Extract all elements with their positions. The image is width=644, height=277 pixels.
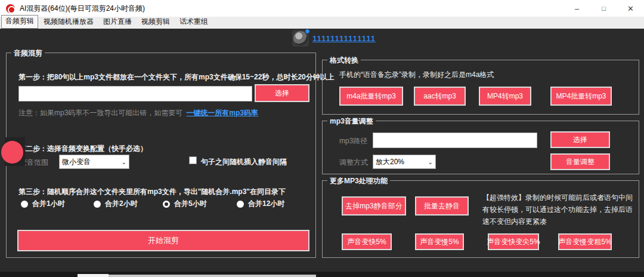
tab-image-live[interactable]: 图片直播: [99, 16, 136, 29]
super-effect-tip: 【超强特效】录制的时候可能前后或者语句中间有较长停顿，可以通过这个功能去掉，去掉…: [482, 192, 634, 227]
radio-merge-5h[interactable]: 合并5小时: [163, 199, 207, 209]
format-convert-desc: 手机的“语音备忘录”录制，录制好之后是m4a格式: [339, 70, 494, 80]
adjust-mode-select[interactable]: 放大20% ⌄: [373, 155, 436, 169]
window-title: AI混剪器(64位)(每日可混剪24小时音频): [20, 4, 145, 14]
app-logo-icon: [6, 4, 15, 13]
bitrate-note-text: 注意：如果mp3码率不一致导出可能出错，如需要可: [18, 109, 182, 117]
step2-title: 第二步：选择音频变换配置（快手必选）: [18, 144, 147, 154]
remove-silence-button[interactable]: 去掉mp3静音部分: [342, 196, 406, 216]
minimize-button[interactable]: –: [564, 0, 590, 17]
format-convert-group-title: 格式转换: [327, 56, 361, 66]
user-avatar[interactable]: [292, 30, 309, 47]
client-area: 11111111111111 音频混剪 第一步：把80句以上mp3文件都放在一个…: [0, 29, 644, 272]
tab-bar: 音频剪辑 视频随机播放器 图片直播 视频剪辑 话术重组: [0, 17, 644, 29]
slow-down-5-button[interactable]: 声音变慢5%: [415, 233, 464, 250]
window-controls: – □ ✕: [564, 0, 644, 17]
tab-video-random-player[interactable]: 视频随机播放器: [39, 16, 98, 29]
voice-range-value: 微小变音: [62, 157, 91, 167]
format-convert-group: 格式转换 手机的“语音备忘录”录制，录制好之后是m4a格式 m4a批量转mp3 …: [322, 60, 639, 115]
slower-deeper-5-button[interactable]: 声音变慢变粗5%: [558, 233, 612, 250]
mp3-path-select-button[interactable]: 选择: [550, 131, 610, 148]
step3-title: 第三步：随机顺序合并这个文件夹里所有mp3文件，导出"随机合并.mp3"在同目录…: [18, 187, 286, 197]
username-link[interactable]: 11111111111111: [312, 34, 376, 43]
mp3-path-label: mp3路径: [339, 136, 367, 146]
mp4-batch-to-mp3-button[interactable]: MP4批量转mp3: [550, 87, 612, 106]
floating-red-dot: [1, 141, 23, 164]
tab-audio-edit[interactable]: 音频剪辑: [1, 15, 38, 29]
close-button[interactable]: ✕: [617, 0, 644, 17]
aac-to-mp3-button[interactable]: aac转mp3: [414, 87, 466, 106]
app-window: AI混剪器(64位)(每日可混剪24小时音频) – □ ✕ 音频剪辑 视频随机播…: [0, 0, 644, 277]
bitrate-note: 注意：如果mp3码率不一致导出可能出错，如需要可一键统一所有mp3码率: [18, 108, 258, 118]
adjust-mode-value: 放大20%: [376, 157, 404, 167]
background-taskbar-sliver: [78, 275, 316, 277]
silence-gap-label: 句子之间随机插入静音间隔: [201, 157, 287, 167]
volume-adjust-group-title: mp3音量调整: [327, 116, 376, 127]
more-mp3-tools-group: 更多MP3处理功能 去掉mp3静音部分 批量去静音 【超强特效】录制的时候可能前…: [322, 180, 639, 258]
unify-bitrate-link[interactable]: 一键统一所有mp3码率: [186, 109, 258, 117]
batch-remove-silence-button[interactable]: 批量去静音: [415, 196, 469, 216]
radio-merge-1h[interactable]: 合并1小时: [21, 199, 65, 209]
avatar-badge-icon: [305, 29, 310, 34]
tab-script-remix[interactable]: 话术重组: [175, 16, 212, 29]
radio-icon: [94, 201, 101, 208]
maximize-button[interactable]: □: [590, 0, 617, 17]
user-bar: 11111111111111: [292, 30, 376, 47]
audio-mix-group: 音频混剪 第一步：把80句以上mp3文件都放在一个文件夹下，所有mp3文件确保1…: [6, 53, 316, 258]
chevron-down-icon: ⌄: [428, 159, 433, 165]
silence-gap-checkbox[interactable]: [189, 156, 197, 164]
adjust-mode-label: 调整方式: [339, 158, 368, 168]
audio-mix-group-title: 音频混剪: [11, 48, 45, 59]
radio-merge-2h[interactable]: 合并2小时: [94, 199, 138, 209]
radio-selected-icon: [163, 201, 170, 208]
radio-merge-12h[interactable]: 合并12小时: [237, 199, 284, 209]
chevron-down-icon: ⌄: [122, 159, 126, 165]
volume-adjust-button[interactable]: 音量调整: [550, 153, 610, 170]
radio-icon: [237, 201, 244, 208]
mp4-to-mp3-button[interactable]: MP4转mp3: [479, 87, 531, 106]
voice-range-select[interactable]: 微小变音 ⌄: [59, 155, 129, 169]
faster-higher-5-button[interactable]: 声音变快变尖5%: [488, 233, 539, 250]
volume-adjust-group: mp3音量调整 mp3路径 选择 调整方式 放大20% ⌄ 音量调整: [322, 121, 639, 174]
title-bar: AI混剪器(64位)(每日可混剪24小时音频) – □ ✕: [0, 0, 644, 17]
m4a-batch-to-mp3-button[interactable]: m4a批量转mp3: [339, 87, 403, 106]
mp3-folder-input[interactable]: [18, 86, 252, 101]
tab-video-edit[interactable]: 视频剪辑: [137, 16, 174, 29]
step1-title: 第一步：把80句以上mp3文件都放在一个文件夹下，所有mp3文件确保15~22秒…: [18, 72, 335, 82]
mp3-path-input[interactable]: [373, 133, 537, 148]
folder-select-button[interactable]: 选择: [255, 84, 309, 102]
speed-up-5-button[interactable]: 声音变快5%: [342, 233, 392, 250]
background-window-sliver: [78, 274, 109, 277]
start-mix-button[interactable]: 开始混剪: [17, 230, 309, 251]
more-mp3-tools-group-title: 更多MP3处理功能: [327, 176, 390, 186]
radio-icon: [21, 201, 28, 208]
background-window-strip: [0, 272, 644, 277]
